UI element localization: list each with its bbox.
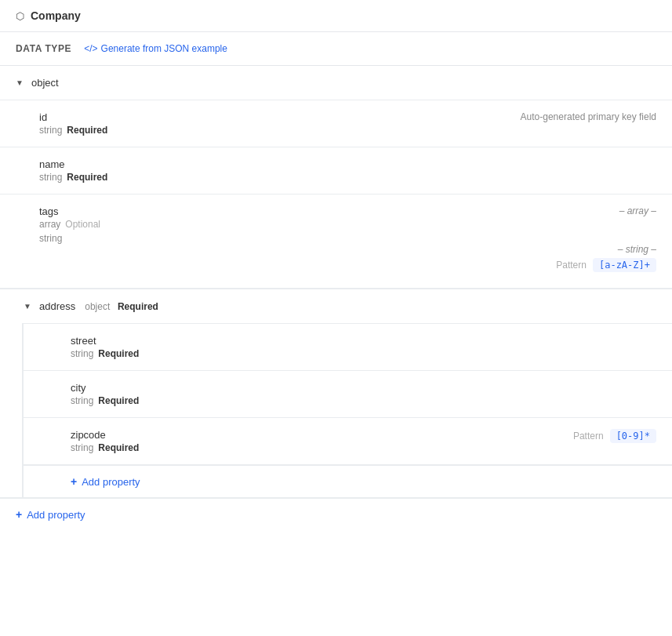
property-left-street: street string Required (71, 335, 139, 359)
property-name-city: city (71, 382, 139, 394)
property-left-zipcode: zipcode string Required (71, 429, 139, 453)
tags-pattern-value: [a-zA-Z]+ (593, 258, 656, 272)
data-type-bar: DATA TYPE </> Generate from JSON example (0, 32, 672, 66)
property-type-zipcode: string (71, 442, 93, 453)
property-meta-street: string Required (71, 348, 139, 359)
address-required: Required (118, 301, 158, 312)
property-meta-zipcode: string Required (71, 442, 139, 453)
property-name-name: name (39, 158, 107, 170)
root-object-header[interactable]: ▼ object (0, 66, 672, 100)
property-right-id: Auto-generated primary key field (521, 111, 656, 122)
property-required-street: Required (98, 348, 139, 359)
address-add-property-label: Add property (82, 476, 140, 488)
tags-pattern-label: Pattern (556, 260, 587, 271)
chevron-down-icon: ▼ (16, 78, 25, 87)
property-row-id: id string Required Auto-generated primar… (0, 100, 672, 147)
property-name-zipcode: zipcode (71, 429, 139, 441)
property-required-name: Required (67, 172, 107, 183)
property-left-city: city string Required (71, 382, 139, 406)
address-name: address (39, 300, 75, 312)
property-row-street: street string Required (24, 324, 672, 371)
generate-link-text: Generate from JSON example (101, 43, 227, 54)
property-required-id: Required (67, 125, 107, 136)
property-row-name: name string Required (0, 147, 672, 194)
property-left-name: name string Required (39, 158, 107, 183)
property-row-city: city string Required (24, 371, 672, 418)
property-right-zipcode: Pattern [0-9]* (573, 429, 656, 443)
property-left-tags: tags array Optional string (39, 205, 100, 244)
property-name-id: id (39, 111, 107, 123)
string-badge: – string – (618, 244, 656, 255)
auto-generated-text: Auto-generated primary key field (521, 111, 656, 122)
property-sub-type-tags: string (39, 233, 100, 244)
root-add-property-label: Add property (27, 509, 85, 521)
zipcode-pattern-row: Pattern [0-9]* (573, 429, 656, 443)
property-type-tags: array (39, 219, 60, 230)
property-type-name: string (39, 172, 62, 183)
root-add-property-plus-icon: + (16, 508, 22, 521)
property-type-street: string (71, 348, 93, 359)
address-type: object (85, 301, 110, 312)
property-row-tags: tags array Optional string – array – – s… (0, 194, 672, 289)
property-meta-tags: array Optional (39, 219, 100, 230)
property-required-zipcode: Required (98, 442, 139, 453)
root-properties-list: id string Required Auto-generated primar… (0, 100, 672, 497)
property-left-id: id string Required (39, 111, 107, 136)
property-row-zipcode: zipcode string Required Pattern [0-9]* (24, 418, 672, 465)
array-badge: – array – (619, 205, 656, 216)
generate-from-json-link[interactable]: </> Generate from JSON example (84, 43, 227, 54)
schema-container: ▼ object id string Required Auto-generat… (0, 66, 672, 530)
property-name-tags: tags (39, 205, 100, 217)
zipcode-pattern-label: Pattern (573, 431, 604, 442)
page-header: ⬡ Company (0, 0, 672, 32)
property-type-id: string (39, 125, 62, 136)
property-optional-tags: Optional (65, 219, 100, 230)
address-header[interactable]: ▼ address object Required (0, 289, 672, 323)
address-add-property-plus-icon: + (71, 475, 77, 488)
property-name-street: street (71, 335, 139, 347)
root-object-section: ▼ object id string Required Auto-generat… (0, 66, 672, 498)
company-icon: ⬡ (16, 10, 24, 22)
root-add-property-button[interactable]: + Add property (0, 498, 672, 530)
code-icon: </> (84, 43, 97, 54)
root-object-type: object (31, 77, 59, 89)
property-required-city: Required (98, 395, 139, 406)
property-meta-city: string Required (71, 395, 139, 406)
property-meta-id: string Required (39, 125, 107, 136)
address-section: ▼ address object Required street st (0, 289, 672, 497)
data-type-label: DATA TYPE (16, 43, 71, 54)
property-right-tags: – array – – string – Pattern [a-zA-Z]+ (556, 205, 656, 272)
address-add-property-button[interactable]: + Add property (24, 465, 672, 497)
address-properties-list: street string Required city strin (22, 323, 672, 497)
tags-pattern-row: Pattern [a-zA-Z]+ (556, 258, 656, 272)
property-meta-name: string Required (39, 172, 107, 183)
address-chevron-icon: ▼ (24, 302, 33, 311)
page-title: Company (31, 9, 81, 22)
property-type-city: string (71, 395, 93, 406)
zipcode-pattern-value: [0-9]* (610, 429, 656, 443)
